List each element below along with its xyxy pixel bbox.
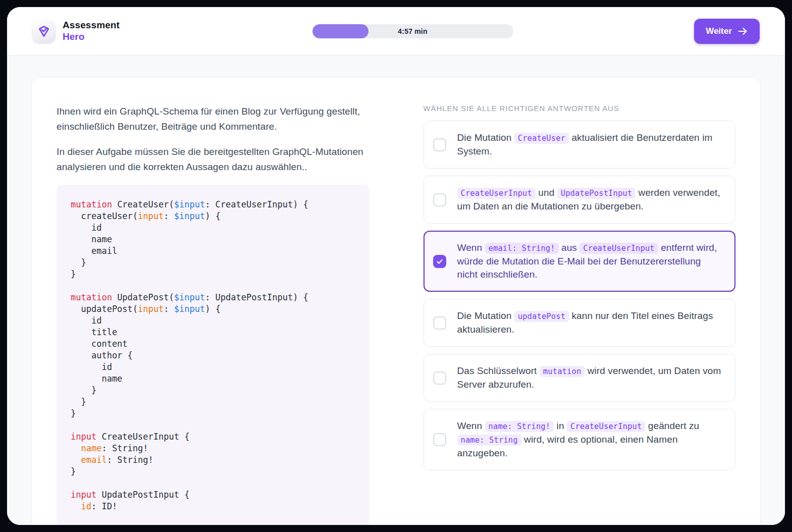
code-text: UpdatePost( <box>112 292 174 302</box>
code-line: id <box>71 222 355 234</box>
code-line: author { <box>71 350 355 361</box>
question-paragraph: Ihnen wird ein GraphQL-Schema für einen … <box>57 104 369 134</box>
code-text: ) { <box>205 304 221 314</box>
checkbox-unchecked[interactable] <box>433 316 446 330</box>
options-list: Die Mutation CreateUser aktualisiert die… <box>424 121 736 470</box>
logo-icon <box>32 20 56 43</box>
code-text: } <box>71 269 76 279</box>
code-text <box>71 455 81 465</box>
code-keyword: input <box>71 490 96 500</box>
answer-option[interactable]: Die Mutation updatePost kann nur den Tit… <box>424 299 736 347</box>
code-keyword: input <box>71 432 96 442</box>
text-segment: Wenn <box>457 242 485 253</box>
code-variable: $input <box>174 304 205 314</box>
app-window: Assessment Hero 4:57 min Weiter Ihnen wi… <box>7 7 785 525</box>
code-text: author { <box>71 350 133 360</box>
checkbox-checked-icon[interactable] <box>433 255 446 268</box>
code-line: email <box>71 245 355 257</box>
code-line: updatePost(input: $input) { <box>71 303 355 315</box>
text-segment: geändert zu <box>645 420 699 431</box>
code-line: title <box>71 327 355 338</box>
page-background: Assessment Hero 4:57 min Weiter Ihnen wi… <box>0 0 792 532</box>
answer-option[interactable]: Wenn name: String! in CreateUserInput ge… <box>424 409 736 470</box>
code-text: name <box>71 234 112 244</box>
inline-code: UpdatePostInput <box>557 188 636 199</box>
timer-label: 4:57 min <box>312 24 513 38</box>
code-line: } <box>71 269 355 280</box>
code-text: email <box>71 246 117 256</box>
code-text: } <box>71 257 86 268</box>
code-line: } <box>71 396 355 408</box>
question-card: Ihnen wird ein GraphQL-Schema für einen … <box>31 77 761 525</box>
code-line <box>71 419 355 431</box>
code-text: UpdatePostInput { <box>96 490 189 500</box>
answers-column: WÄHLEN SIE ALLE RICHTIGEN ANTWORTEN AUS … <box>424 104 736 525</box>
text-segment: aus <box>559 242 580 253</box>
answer-option[interactable]: Die Mutation CreateUser aktualisiert die… <box>424 121 736 169</box>
weiter-button[interactable]: Weiter <box>694 19 760 44</box>
header: Assessment Hero 4:57 min Weiter <box>7 7 785 56</box>
text-segment: Die Mutation <box>457 310 514 321</box>
checkbox-unchecked[interactable] <box>433 138 446 151</box>
text-segment: und <box>536 187 557 198</box>
option-text: Wenn email: String! aus CreateUserInput … <box>457 241 723 281</box>
code-argument: input <box>138 211 164 221</box>
code-line: name <box>71 373 355 385</box>
code-line: } <box>71 257 355 269</box>
code-text: CreateUserInput { <box>96 432 189 442</box>
code-line: } <box>71 408 355 419</box>
code-argument: email <box>81 455 107 465</box>
question-paragraph: In dieser Aufgabe müssen Sie die bereitg… <box>57 144 369 175</box>
brand-line1: Assessment <box>63 20 120 31</box>
brand-line2: Hero <box>63 31 120 42</box>
code-variable: $input <box>174 199 205 209</box>
code-line: input CreateUserInput { <box>71 431 355 443</box>
code-text: : String! <box>101 443 148 453</box>
code-text: ) { <box>205 211 221 221</box>
answer-option-selected[interactable]: Wenn email: String! aus CreateUserInput … <box>424 231 736 292</box>
option-text: Die Mutation updatePost kann nur den Tit… <box>457 309 723 336</box>
answer-option[interactable]: Das Schlüsselwort mutation wird verwende… <box>424 354 736 402</box>
code-text: id <box>71 315 101 326</box>
text-segment: Das Schlüsselwort <box>457 365 540 376</box>
code-line: name <box>71 234 355 245</box>
inline-code: mutation <box>540 366 585 377</box>
option-text: Die Mutation CreateUser aktualisiert die… <box>457 131 723 158</box>
text-segment: Die Mutation <box>457 132 514 143</box>
code-line: id <box>71 315 355 327</box>
code-line: mutation UpdatePost($input: UpdatePostIn… <box>71 292 355 303</box>
content-area: Ihnen wird ein GraphQL-Schema für einen … <box>7 56 785 525</box>
code-block: mutation CreateUser($input: CreateUserIn… <box>57 185 369 525</box>
inline-code: CreateUserInput <box>457 188 536 199</box>
code-text: : CreateUserInput) { <box>205 199 308 209</box>
code-line: id: ID! <box>71 501 355 512</box>
code-argument: name <box>81 443 101 453</box>
code-variable: $input <box>174 292 205 302</box>
code-variable: $input <box>174 211 205 221</box>
code-line: name: String! <box>71 443 355 454</box>
code-text: : ID! <box>91 501 117 511</box>
code-text: createUser( <box>71 211 138 221</box>
code-text <box>71 443 81 453</box>
inline-code: updatePost <box>514 311 569 322</box>
checkbox-unchecked[interactable] <box>433 371 446 385</box>
code-keyword: mutation <box>71 292 112 302</box>
checkbox-unchecked[interactable] <box>433 193 446 206</box>
option-text: Wenn name: String! in CreateUserInput ge… <box>457 419 723 460</box>
inline-code: CreateUserInput <box>567 421 645 432</box>
answer-option[interactable]: CreateUserInput und UpdatePostInput werd… <box>424 176 736 224</box>
inline-code: email: String! <box>485 243 559 254</box>
inline-code: CreateUserInput <box>579 243 658 254</box>
brand-text: Assessment Hero <box>63 20 120 42</box>
code-line: email: String! <box>71 454 355 466</box>
inline-code: name: String <box>457 435 521 446</box>
weiter-button-label: Weiter <box>706 26 732 36</box>
checkbox-unchecked[interactable] <box>433 433 446 446</box>
code-text: } <box>71 385 96 395</box>
code-line: } <box>71 385 355 396</box>
code-text: : UpdatePostInput) { <box>205 292 308 302</box>
code-text: } <box>71 397 86 407</box>
code-line: mutation CreateUser($input: CreateUserIn… <box>71 199 355 210</box>
code-text: id <box>71 362 112 372</box>
code-text: CreateUser( <box>112 199 174 209</box>
